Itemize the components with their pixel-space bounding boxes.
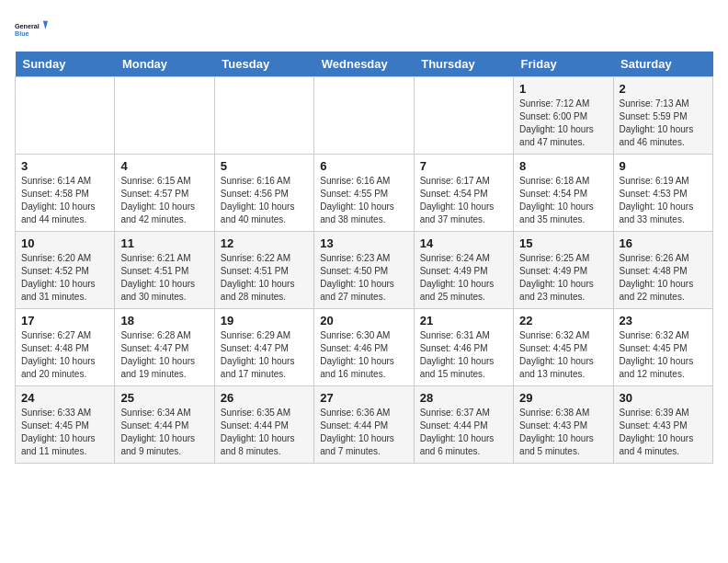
calendar-cell: 14Sunrise: 6:24 AM Sunset: 4:49 PM Dayli… — [414, 232, 513, 309]
calendar-cell: 28Sunrise: 6:37 AM Sunset: 4:44 PM Dayli… — [414, 386, 513, 464]
svg-text:Blue: Blue — [15, 29, 29, 38]
calendar-cell: 13Sunrise: 6:23 AM Sunset: 4:50 PM Dayli… — [314, 232, 414, 309]
calendar-cell — [214, 77, 313, 155]
day-number: 18 — [120, 314, 208, 327]
svg-marker-2 — [43, 21, 48, 29]
header-wednesday: Wednesday — [314, 52, 414, 77]
day-number: 23 — [620, 314, 707, 327]
calendar-cell: 5Sunrise: 6:16 AM Sunset: 4:56 PM Daylig… — [214, 155, 313, 232]
calendar-cell: 25Sunrise: 6:34 AM Sunset: 4:44 PM Dayli… — [115, 386, 214, 464]
calendar-cell: 21Sunrise: 6:31 AM Sunset: 4:46 PM Dayli… — [414, 309, 513, 386]
day-number: 30 — [620, 391, 707, 405]
day-number: 19 — [221, 314, 308, 327]
week-row-1: 3Sunrise: 6:14 AM Sunset: 4:58 PM Daylig… — [16, 155, 713, 232]
day-info: Sunrise: 6:29 AM Sunset: 4:47 PM Dayligh… — [221, 329, 308, 381]
day-info: Sunrise: 6:20 AM Sunset: 4:52 PM Dayligh… — [21, 252, 108, 304]
day-info: Sunrise: 6:19 AM Sunset: 4:53 PM Dayligh… — [620, 175, 707, 226]
calendar-cell: 6Sunrise: 6:16 AM Sunset: 4:55 PM Daylig… — [314, 155, 414, 232]
calendar-cell: 7Sunrise: 6:17 AM Sunset: 4:54 PM Daylig… — [414, 155, 513, 232]
calendar-cell: 3Sunrise: 6:14 AM Sunset: 4:58 PM Daylig… — [16, 155, 115, 232]
day-number: 3 — [21, 159, 108, 173]
day-number: 11 — [120, 236, 208, 250]
day-info: Sunrise: 6:15 AM Sunset: 4:57 PM Dayligh… — [120, 175, 208, 226]
week-row-2: 10Sunrise: 6:20 AM Sunset: 4:52 PM Dayli… — [16, 232, 713, 309]
day-info: Sunrise: 6:25 AM Sunset: 4:49 PM Dayligh… — [519, 252, 607, 304]
calendar-cell: 27Sunrise: 6:36 AM Sunset: 4:44 PM Dayli… — [314, 386, 414, 464]
calendar-cell: 15Sunrise: 6:25 AM Sunset: 4:49 PM Dayli… — [514, 232, 613, 309]
calendar-cell: 29Sunrise: 6:38 AM Sunset: 4:43 PM Dayli… — [514, 386, 613, 464]
header-tuesday: Tuesday — [214, 52, 313, 77]
header-thursday: Thursday — [414, 52, 513, 77]
day-info: Sunrise: 6:35 AM Sunset: 4:44 PM Dayligh… — [221, 407, 308, 458]
header-sunday: Sunday — [16, 52, 115, 77]
day-info: Sunrise: 6:28 AM Sunset: 4:47 PM Dayligh… — [120, 329, 208, 381]
day-info: Sunrise: 6:24 AM Sunset: 4:49 PM Dayligh… — [420, 252, 507, 304]
day-info: Sunrise: 6:16 AM Sunset: 4:55 PM Dayligh… — [320, 175, 407, 226]
day-info: Sunrise: 6:32 AM Sunset: 4:45 PM Dayligh… — [519, 329, 607, 381]
calendar-cell: 17Sunrise: 6:27 AM Sunset: 4:48 PM Dayli… — [16, 309, 115, 386]
calendar-cell: 9Sunrise: 6:19 AM Sunset: 4:53 PM Daylig… — [613, 155, 712, 232]
day-info: Sunrise: 6:23 AM Sunset: 4:50 PM Dayligh… — [320, 252, 407, 304]
day-number: 17 — [21, 314, 108, 327]
day-info: Sunrise: 6:17 AM Sunset: 4:54 PM Dayligh… — [420, 175, 507, 226]
day-number: 15 — [519, 236, 607, 250]
day-number: 13 — [320, 236, 407, 250]
day-number: 7 — [420, 159, 507, 173]
calendar-header-row: SundayMondayTuesdayWednesdayThursdayFrid… — [16, 52, 713, 77]
calendar-cell: 12Sunrise: 6:22 AM Sunset: 4:51 PM Dayli… — [214, 232, 313, 309]
logo-icon: GeneralBlue — [15, 15, 48, 44]
day-info: Sunrise: 6:14 AM Sunset: 4:58 PM Dayligh… — [21, 175, 108, 226]
calendar-cell — [115, 77, 214, 155]
week-row-0: 1Sunrise: 7:12 AM Sunset: 6:00 PM Daylig… — [16, 77, 713, 155]
day-number: 21 — [420, 314, 507, 327]
svg-text:General: General — [15, 22, 40, 30]
week-row-4: 24Sunrise: 6:33 AM Sunset: 4:45 PM Dayli… — [16, 386, 713, 464]
calendar-cell: 1Sunrise: 7:12 AM Sunset: 6:00 PM Daylig… — [514, 77, 613, 155]
calendar-cell: 11Sunrise: 6:21 AM Sunset: 4:51 PM Dayli… — [115, 232, 214, 309]
calendar-cell: 16Sunrise: 6:26 AM Sunset: 4:48 PM Dayli… — [613, 232, 712, 309]
day-number: 4 — [120, 159, 208, 173]
day-info: Sunrise: 6:22 AM Sunset: 4:51 PM Dayligh… — [221, 252, 308, 304]
day-info: Sunrise: 6:33 AM Sunset: 4:45 PM Dayligh… — [21, 407, 108, 458]
calendar-cell: 18Sunrise: 6:28 AM Sunset: 4:47 PM Dayli… — [115, 309, 214, 386]
day-number: 10 — [21, 236, 108, 250]
day-info: Sunrise: 6:38 AM Sunset: 4:43 PM Dayligh… — [519, 407, 607, 458]
calendar-cell: 24Sunrise: 6:33 AM Sunset: 4:45 PM Dayli… — [16, 386, 115, 464]
day-info: Sunrise: 6:30 AM Sunset: 4:46 PM Dayligh… — [320, 329, 407, 381]
calendar-cell: 10Sunrise: 6:20 AM Sunset: 4:52 PM Dayli… — [16, 232, 115, 309]
day-number: 27 — [320, 391, 407, 405]
calendar-cell: 4Sunrise: 6:15 AM Sunset: 4:57 PM Daylig… — [115, 155, 214, 232]
day-info: Sunrise: 6:26 AM Sunset: 4:48 PM Dayligh… — [620, 252, 707, 304]
day-number: 26 — [221, 391, 308, 405]
day-number: 14 — [420, 236, 507, 250]
calendar-cell: 19Sunrise: 6:29 AM Sunset: 4:47 PM Dayli… — [214, 309, 313, 386]
day-info: Sunrise: 7:13 AM Sunset: 5:59 PM Dayligh… — [620, 98, 707, 149]
day-info: Sunrise: 6:31 AM Sunset: 4:46 PM Dayligh… — [420, 329, 507, 381]
day-number: 12 — [221, 236, 308, 250]
page-header: GeneralBlue — [15, 15, 713, 44]
day-number: 25 — [120, 391, 208, 405]
day-number: 29 — [519, 391, 607, 405]
logo: GeneralBlue — [15, 15, 48, 44]
day-info: Sunrise: 6:37 AM Sunset: 4:44 PM Dayligh… — [420, 407, 507, 458]
day-info: Sunrise: 6:21 AM Sunset: 4:51 PM Dayligh… — [120, 252, 208, 304]
day-info: Sunrise: 7:12 AM Sunset: 6:00 PM Dayligh… — [519, 98, 607, 149]
calendar-cell — [314, 77, 414, 155]
day-info: Sunrise: 6:32 AM Sunset: 4:45 PM Dayligh… — [620, 329, 707, 381]
calendar-cell — [16, 77, 115, 155]
day-number: 2 — [620, 82, 707, 96]
calendar-cell: 2Sunrise: 7:13 AM Sunset: 5:59 PM Daylig… — [613, 77, 712, 155]
day-info: Sunrise: 6:39 AM Sunset: 4:43 PM Dayligh… — [620, 407, 707, 458]
day-number: 24 — [21, 391, 108, 405]
day-number: 9 — [620, 159, 707, 173]
calendar-cell — [414, 77, 513, 155]
week-row-3: 17Sunrise: 6:27 AM Sunset: 4:48 PM Dayli… — [16, 309, 713, 386]
day-number: 28 — [420, 391, 507, 405]
header-friday: Friday — [514, 52, 613, 77]
calendar-cell: 22Sunrise: 6:32 AM Sunset: 4:45 PM Dayli… — [514, 309, 613, 386]
day-info: Sunrise: 6:27 AM Sunset: 4:48 PM Dayligh… — [21, 329, 108, 381]
header-monday: Monday — [115, 52, 214, 77]
day-info: Sunrise: 6:18 AM Sunset: 4:54 PM Dayligh… — [519, 175, 607, 226]
day-info: Sunrise: 6:16 AM Sunset: 4:56 PM Dayligh… — [221, 175, 308, 226]
day-number: 22 — [519, 314, 607, 327]
